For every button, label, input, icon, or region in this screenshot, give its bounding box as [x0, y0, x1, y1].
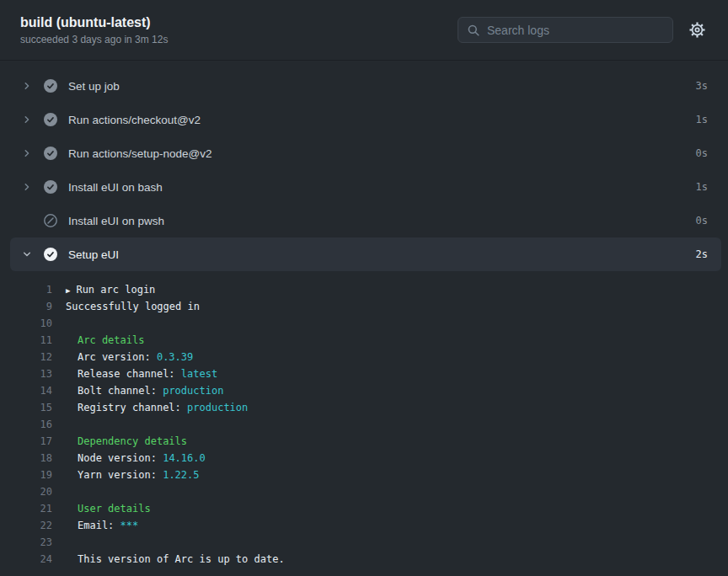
log-line: 12Arc version: 0.3.39	[0, 349, 728, 365]
log-line: 18Node version: 14.16.0	[0, 450, 728, 467]
step-status	[44, 180, 57, 194]
log-line-text: Release channel: latest	[66, 365, 217, 382]
log-group-header[interactable]: ▶Run arc login	[66, 281, 155, 298]
log-line-number[interactable]: 10	[0, 315, 52, 332]
step-row-4[interactable]: Install eUI on bash1s	[0, 170, 728, 204]
log-line: 24This version of Arc is up to date.	[0, 551, 728, 568]
log-segment: production	[187, 402, 248, 413]
log-group-expander-icon: ▶	[66, 286, 70, 295]
log-segment: Node version:	[78, 452, 163, 464]
check-circle-icon	[44, 79, 57, 93]
log-line-number[interactable]: 1	[0, 281, 52, 298]
gear-icon	[688, 21, 706, 39]
log-line-number[interactable]: 13	[0, 365, 52, 382]
log-line-number[interactable]: 12	[0, 349, 52, 365]
log-line-text: This version of Arc is up to date.	[66, 551, 285, 568]
step-status	[44, 79, 57, 93]
log-segment: 14.16.0	[163, 452, 206, 464]
job-title: build (ubuntu-latest)	[20, 15, 168, 30]
log-line-text: Dependency details	[66, 433, 187, 450]
log-settings-button[interactable]	[687, 19, 708, 40]
log-segment: User details	[78, 503, 151, 515]
step-name: Install eUI on pwsh	[68, 215, 696, 227]
step-row-3[interactable]: Run actions/setup-node@v20s	[0, 136, 728, 170]
chevron-right-icon	[21, 114, 33, 125]
skip-circle-icon	[44, 214, 57, 227]
log-line-number[interactable]: 14	[0, 382, 52, 399]
log-line-number[interactable]: 17	[0, 433, 52, 450]
log-line: 1▶Run arc login	[0, 281, 728, 298]
log-line: 10	[0, 315, 728, 332]
log-line-number[interactable]: 21	[0, 500, 52, 517]
log-line: 14Bolt channel: production	[0, 382, 728, 399]
log-line-text: User details	[66, 500, 151, 517]
chevron-right-icon	[21, 181, 33, 193]
log-line-number[interactable]: 22	[0, 517, 52, 534]
log-line-text: Registry channel: production	[66, 399, 248, 416]
log-segment: Dependency details	[78, 435, 187, 447]
step-status	[44, 214, 57, 227]
step-status	[44, 113, 57, 126]
log-line-number[interactable]: 18	[0, 450, 52, 467]
step-row-5[interactable]: Install eUI on pwsh0s	[0, 204, 728, 237]
log-line-text: Arc details	[66, 332, 144, 349]
job-header: build (ubuntu-latest) succeeded 3 days a…	[0, 0, 728, 61]
log-segment: 0.3.39	[157, 351, 193, 363]
log-line: 15Registry channel: production	[0, 399, 728, 416]
log-line: 17Dependency details	[0, 433, 728, 450]
step-duration: 2s	[696, 248, 708, 260]
step-status	[44, 147, 57, 160]
step-expander	[20, 248, 34, 260]
step-duration: 3s	[696, 80, 708, 92]
log-line: 22Email: ***	[0, 517, 728, 534]
job-header-left: build (ubuntu-latest) succeeded 3 days a…	[20, 15, 168, 45]
log-line-number[interactable]: 15	[0, 399, 52, 416]
log-line-number[interactable]: 9	[0, 298, 52, 315]
log-line-number[interactable]: 20	[0, 483, 52, 500]
step-row-6[interactable]: Setup eUI2s	[10, 237, 721, 271]
job-header-right	[458, 17, 708, 43]
step-duration: 1s	[696, 114, 708, 125]
log-line-number[interactable]: 23	[0, 534, 52, 551]
step-name: Install eUI on bash	[68, 181, 696, 194]
step-status	[44, 248, 57, 261]
step-row-1[interactable]: Set up job3s	[0, 69, 728, 103]
step-expander	[20, 147, 34, 159]
log-line: 9Successfully logged in	[0, 298, 728, 315]
log-line-number[interactable]: 16	[0, 416, 52, 433]
log-segment: Successfully logged in	[66, 301, 200, 312]
step-name: Run actions/setup-node@v2	[68, 147, 696, 160]
chevron-right-icon	[21, 147, 33, 159]
chevron-down-icon	[21, 248, 33, 260]
step-list: Set up job3sRun actions/checkout@v21sRun…	[0, 61, 728, 271]
log-line-number[interactable]: 19	[0, 467, 52, 483]
step-name: Setup eUI	[68, 248, 696, 261]
step-expander	[20, 114, 34, 125]
check-circle-icon	[44, 113, 57, 126]
log-line-number[interactable]: 11	[0, 332, 52, 349]
log-line: 21User details	[0, 500, 728, 517]
log-segment: ***	[120, 520, 139, 531]
log-segment: 1.22.5	[163, 469, 199, 481]
log-segment: This version of Arc is up to date.	[78, 553, 285, 565]
log-line-text: Yarn version: 1.22.5	[66, 467, 200, 483]
log-viewer: 1▶Run arc login9Successfully logged in10…	[0, 271, 728, 568]
search-logs-box[interactable]	[458, 17, 673, 43]
step-expander	[20, 181, 34, 193]
step-duration: 1s	[696, 181, 708, 193]
step-name: Set up job	[68, 80, 696, 93]
log-segment: Arc version:	[78, 351, 157, 363]
log-line-text: Bolt channel: production	[66, 382, 223, 399]
log-line-text: Email: ***	[66, 517, 138, 534]
log-line-number[interactable]: 24	[0, 551, 52, 568]
log-segment: Registry channel:	[78, 402, 187, 413]
log-segment: Yarn version:	[78, 469, 163, 481]
check-circle-icon	[44, 248, 57, 261]
log-segment: latest	[181, 368, 217, 380]
log-line: 23	[0, 534, 728, 551]
search-logs-input[interactable]	[487, 24, 664, 37]
step-row-2[interactable]: Run actions/checkout@v21s	[0, 103, 728, 136]
step-duration: 0s	[696, 215, 708, 227]
log-segment: Run arc login	[76, 284, 155, 296]
log-line-text: Successfully logged in	[66, 298, 200, 315]
